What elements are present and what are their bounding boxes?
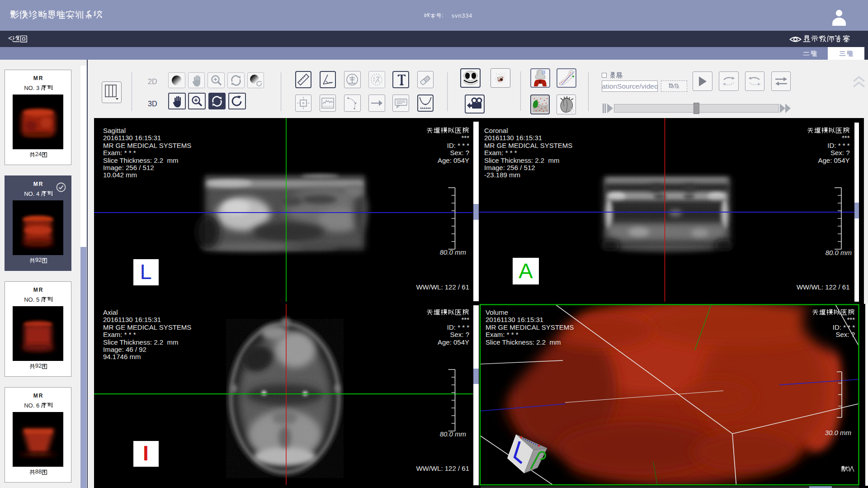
svg-text:D: D (570, 108, 574, 113)
